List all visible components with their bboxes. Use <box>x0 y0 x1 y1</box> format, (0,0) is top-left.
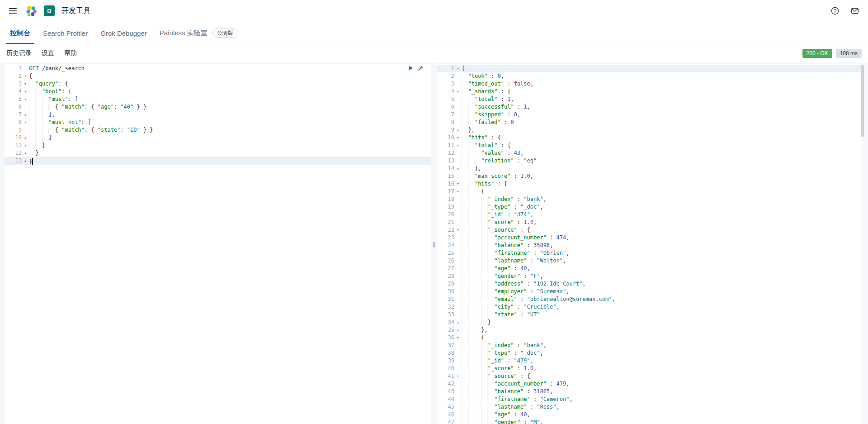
code-line[interactable]: 2 "took" : 0, <box>437 72 862 80</box>
fold-toggle-icon[interactable]: ▾ <box>22 88 29 95</box>
code-line[interactable]: 9▴ }, <box>437 126 862 134</box>
code-line[interactable]: 28 "gender" : "F", <box>437 272 862 280</box>
code-line[interactable]: 37 "_index" : "bank", <box>437 342 862 349</box>
fold-toggle-icon[interactable]: ▾ <box>454 226 462 234</box>
code-line[interactable]: 1GET /bank/_search <box>5 65 431 72</box>
fold-toggle-icon[interactable]: ▴ <box>22 157 29 165</box>
tab-grok-debugger[interactable]: Grok Debugger <box>97 22 151 44</box>
code-line[interactable]: 42 "account_number" : 479, <box>437 380 862 388</box>
tab-search-profiler[interactable]: Search Profiler <box>39 22 91 44</box>
code-line[interactable]: 19 "_type" : "_doc", <box>437 203 862 211</box>
code-line[interactable]: 14▴ }, <box>437 165 862 172</box>
code-line[interactable]: 39 "_id" : "479", <box>437 357 862 365</box>
fold-toggle-icon[interactable]: ▾ <box>454 88 462 95</box>
code-line[interactable]: 38 "_type" : "_doc", <box>437 349 862 357</box>
code-line[interactable]: 20 "_id" : "474", <box>437 211 862 219</box>
code-line[interactable]: 8 "failed" : 0 <box>437 119 862 126</box>
code-line[interactable]: 24 "balance" : 35896, <box>437 242 862 249</box>
code-line[interactable]: 34▴ } <box>437 319 862 326</box>
code-line[interactable]: 10▴ ] <box>5 134 431 142</box>
code-line[interactable]: 3▾ "query": { <box>5 80 431 88</box>
fold-toggle-icon[interactable]: ▾ <box>22 119 29 126</box>
code-line[interactable]: 13 "relation" : "eq" <box>437 157 862 165</box>
code-line[interactable]: 27 "age" : 40, <box>437 265 862 272</box>
code-line[interactable]: 41▾ "_source" : { <box>437 372 862 380</box>
code-line[interactable]: 9 { "match": { "state": "ID" } } <box>5 126 431 134</box>
settings-button[interactable]: 设置 <box>42 49 54 57</box>
code-line[interactable]: 31 "email" : "obrienwalton@suremax.com", <box>437 295 862 303</box>
history-button[interactable]: 历史记录 <box>6 49 32 57</box>
code-line[interactable]: 12▴ } <box>5 149 431 157</box>
code-line[interactable]: 5 "total" : 1, <box>437 95 862 103</box>
fold-toggle-icon[interactable]: ▾ <box>454 334 462 342</box>
help-icon[interactable]: ? <box>831 7 839 15</box>
code-line[interactable]: 6 { "match": { "age": "40" } } <box>5 103 431 111</box>
code-line[interactable]: 43 "balance" : 31865, <box>437 388 862 395</box>
fold-toggle-icon[interactable]: ▴ <box>454 165 462 172</box>
panel-resizer[interactable]: ‖ <box>431 64 437 424</box>
elastic-logo[interactable] <box>25 5 37 17</box>
fold-toggle-icon[interactable]: ▾ <box>454 372 462 380</box>
help-button[interactable]: 帮助 <box>64 49 77 57</box>
code-line[interactable]: 33 "state" : "UT" <box>437 311 862 319</box>
tab-painless-lab[interactable]: Painless 实验室 公测版 <box>156 22 242 44</box>
code-line[interactable]: 21 "_score" : 1.0, <box>437 219 862 226</box>
wrench-icon[interactable] <box>418 65 424 71</box>
code-line[interactable]: 3 "timed_out" : false, <box>437 80 862 88</box>
code-line[interactable]: 30 "employer" : "Suremax", <box>437 288 862 295</box>
fold-toggle-icon[interactable]: ▾ <box>454 65 462 72</box>
fold-toggle-icon[interactable]: ▴ <box>454 326 462 334</box>
code-line[interactable]: 13▴} <box>5 157 431 165</box>
code-line[interactable]: 4▾ "bool": { <box>5 88 431 95</box>
code-line[interactable]: 17▾ { <box>437 188 862 195</box>
menu-icon[interactable] <box>7 6 19 15</box>
code-line[interactable]: 45 "lastname" : "Ross", <box>437 403 862 411</box>
code-line[interactable]: 5▾ "must": [ <box>5 95 431 103</box>
code-line[interactable]: 15 "max_score" : 1.0, <box>437 172 862 180</box>
code-line[interactable]: 11▴ } <box>5 142 431 149</box>
code-line[interactable]: 40 "_score" : 1.0, <box>437 365 862 372</box>
code-line[interactable]: 35▴ }, <box>437 326 862 334</box>
code-line[interactable]: 7 "skipped" : 0, <box>437 111 862 119</box>
code-line[interactable]: 29 "address" : "192 Ide Court", <box>437 280 862 288</box>
code-line[interactable]: 4▾ "_shards" : { <box>437 88 862 95</box>
tab-console[interactable]: 控制台 <box>6 22 34 44</box>
request-editor[interactable]: 1GET /bank/_search2▾{3▾ "query": {4▾ "bo… <box>5 64 431 424</box>
code-line[interactable]: 11▾ "total" : { <box>437 142 862 149</box>
code-line[interactable]: 46 "age" : 40, <box>437 411 862 419</box>
fold-toggle-icon[interactable]: ▴ <box>22 111 29 119</box>
fold-toggle-icon[interactable]: ▴ <box>454 126 462 134</box>
code-line[interactable]: 6 "successful" : 1, <box>437 103 862 111</box>
code-line[interactable]: 22▾ "_source" : { <box>437 226 862 234</box>
code-line[interactable]: 18 "_index" : "bank", <box>437 195 862 203</box>
newsfeed-icon[interactable] <box>851 7 859 15</box>
code-line[interactable]: 47 "gender" : "M", <box>437 419 862 424</box>
fold-toggle-icon[interactable]: ▾ <box>454 134 462 142</box>
code-line[interactable]: 10▾ "hits" : { <box>437 134 862 142</box>
fold-toggle-icon[interactable]: ▾ <box>454 180 462 188</box>
fold-toggle-icon[interactable]: ▴ <box>454 319 462 326</box>
fold-toggle-icon[interactable]: ▾ <box>22 95 29 103</box>
code-line[interactable]: 26 "lastname" : "Walton", <box>437 257 862 265</box>
code-line[interactable]: 8▾ "must_not": [ <box>5 119 431 126</box>
code-line[interactable]: 7▴ ], <box>5 111 431 119</box>
code-line[interactable]: 16▾ "hits" : [ <box>437 180 862 188</box>
fold-toggle-icon[interactable]: ▾ <box>22 72 29 80</box>
fold-toggle-icon[interactable]: ▾ <box>454 142 462 149</box>
send-request-icon[interactable] <box>408 65 414 71</box>
code-line[interactable]: 44 "firstname" : "Cameron", <box>437 395 862 403</box>
code-line[interactable]: 1▾{ <box>437 65 862 72</box>
code-line[interactable]: 12 "value" : 43, <box>437 149 862 157</box>
code-line[interactable]: 23 "account_number" : 474, <box>437 234 862 242</box>
code-line[interactable]: 2▾{ <box>5 72 431 80</box>
response-scrollbar[interactable] <box>861 65 864 423</box>
fold-toggle-icon[interactable]: ▾ <box>22 80 29 88</box>
fold-toggle-icon[interactable]: ▴ <box>22 149 29 157</box>
code-line[interactable]: 36▾ { <box>437 334 862 342</box>
code-line[interactable]: 25 "firstname" : "Obrien", <box>437 249 862 257</box>
deployment-badge[interactable]: D <box>44 5 55 16</box>
scrollbar-thumb[interactable] <box>861 65 864 137</box>
fold-toggle-icon[interactable]: ▴ <box>22 142 29 149</box>
fold-toggle-icon[interactable]: ▴ <box>22 134 29 142</box>
fold-toggle-icon[interactable]: ▾ <box>454 188 462 195</box>
